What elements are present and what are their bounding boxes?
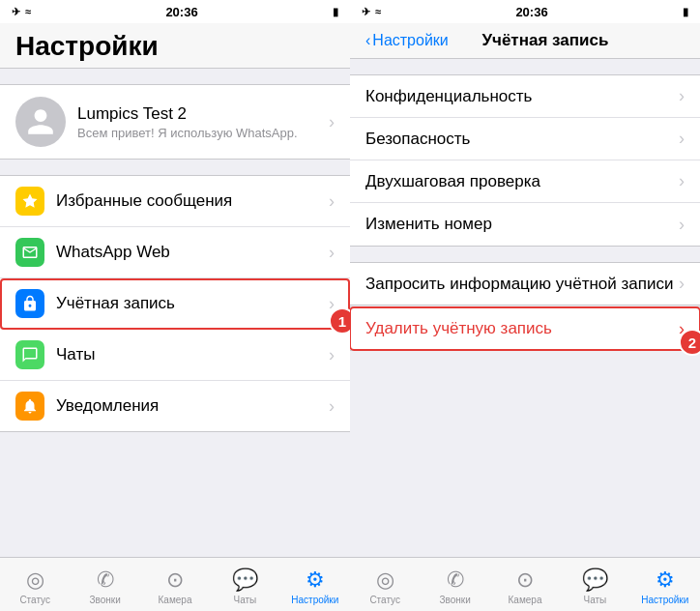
tab-settings-right[interactable]: ⚙ Настройки	[630, 564, 700, 605]
battery-icon: ▮	[333, 6, 338, 18]
starred-icon	[15, 187, 44, 216]
avatar-icon	[25, 106, 56, 137]
tab-camera-left[interactable]: ⊙ Камера	[140, 564, 210, 605]
chats-tab-icon-r: 💬	[582, 567, 608, 593]
status-left-right: ✈ ≈	[362, 6, 381, 18]
chats-tab-icon: 💬	[232, 567, 258, 593]
nav-bar-left: Настройки	[0, 23, 350, 69]
cell-starred[interactable]: Избранные сообщения ›	[0, 176, 350, 227]
status-right-r: ▮	[683, 6, 688, 18]
badge-2: 2	[679, 329, 700, 356]
security-label: Безопасность	[365, 130, 667, 149]
whatsappweb-chevron: ›	[329, 243, 335, 263]
profile-name: Lumpics Test 2	[77, 104, 317, 124]
calls-tab-icon-r: ✆	[447, 567, 464, 593]
calls-tab-label-r: Звонки	[439, 595, 470, 605]
privacy-label: Конфиденциальность	[365, 87, 667, 106]
camera-tab-icon: ⊙	[166, 567, 184, 593]
status-tab-icon-r: ◎	[376, 567, 394, 593]
account-icon	[15, 289, 44, 318]
calls-tab-icon: ✆	[97, 567, 114, 593]
cell-whatsappweb[interactable]: WhatsApp Web ›	[0, 227, 350, 278]
cell-twostep[interactable]: Двухшаговая проверка ›	[350, 160, 700, 203]
status-tab-icon: ◎	[26, 567, 44, 593]
status-right: ▮	[333, 6, 338, 18]
camera-tab-label: Камера	[159, 595, 192, 605]
tab-chats-left[interactable]: 💬 Чаты	[210, 564, 279, 605]
twostep-chevron: ›	[679, 171, 685, 191]
request-info-label: Запросить информацию учётной записи	[365, 275, 679, 294]
profile-chevron: ›	[329, 112, 335, 132]
cell-chats[interactable]: Чаты ›	[0, 330, 350, 381]
tab-calls-right[interactable]: ✆ Звонки	[420, 564, 489, 605]
settings-tab-label-left: Настройки	[291, 595, 338, 605]
privacy-chevron: ›	[679, 86, 685, 106]
nav-header-right: ‹ Настройки Учётная запись	[350, 23, 700, 59]
tab-settings-left[interactable]: ⚙ Настройки	[280, 564, 350, 605]
wifi-icon-r: ≈	[375, 6, 381, 17]
chevron-back-icon: ‹	[365, 32, 370, 49]
chats-tab-label-r: Чаты	[584, 595, 607, 605]
content-right: Конфиденциальность › Безопасность › Двух…	[350, 59, 700, 557]
settings-tab-icon-left: ⚙	[306, 567, 325, 593]
notifications-label: Уведомления	[56, 396, 317, 416]
delete-cell-wrap: Удалить учётную запись › 2	[350, 306, 700, 351]
calls-tab-label: Звонки	[89, 595, 120, 605]
chats-label: Чаты	[56, 345, 317, 364]
status-bar-left: ✈ ≈ 20:36 ▮	[0, 0, 350, 23]
profile-status: Всем привет! Я использую WhatsApp.	[77, 126, 317, 140]
phone-left: ✈ ≈ 20:36 ▮ Настройки Lumpics Test 2 Все…	[0, 0, 350, 611]
cell-account[interactable]: Учётная запись › 1	[0, 278, 350, 330]
status-left: ✈ ≈	[12, 6, 31, 18]
status-tab-label: Статус	[19, 595, 50, 605]
tab-calls-left[interactable]: ✆ Звонки	[70, 564, 139, 605]
cell-notifications[interactable]: Уведомления ›	[0, 381, 350, 431]
chats-tab-label: Чаты	[234, 595, 257, 605]
notifications-icon	[15, 392, 44, 421]
delete-label: Удалить учётную запись	[365, 319, 679, 338]
tab-status-right[interactable]: ◎ Статус	[350, 564, 420, 605]
request-info-cell[interactable]: Запросить информацию учётной записи ›	[350, 262, 700, 306]
changenumber-chevron: ›	[679, 215, 685, 235]
camera-tab-icon-r: ⊙	[516, 567, 534, 593]
airplane-icon: ✈	[12, 6, 20, 18]
airplane-icon-r: ✈	[362, 6, 370, 18]
tab-camera-right[interactable]: ⊙ Камера	[490, 564, 560, 605]
content-left: Lumpics Test 2 Всем привет! Я использую …	[0, 69, 350, 557]
account-label: Учётная запись	[56, 294, 317, 313]
delete-account-cell[interactable]: Удалить учётную запись › 2	[350, 307, 700, 350]
camera-tab-label-r: Камера	[509, 595, 542, 605]
whatsappweb-icon	[15, 238, 44, 267]
tab-bar-right: ◎ Статус ✆ Звонки ⊙ Камера 💬 Чаты ⚙ Наст…	[350, 557, 700, 611]
status-time-left: 20:36	[165, 5, 197, 19]
starred-label: Избранные сообщения	[56, 191, 317, 211]
cell-privacy[interactable]: Конфиденциальность ›	[350, 75, 700, 118]
avatar	[15, 97, 66, 147]
page-title-left: Настройки	[15, 31, 335, 62]
tab-status-left[interactable]: ◎ Статус	[0, 564, 70, 605]
settings-cell-group: Избранные сообщения › WhatsApp Web › Учё…	[0, 175, 350, 432]
profile-info: Lumpics Test 2 Всем привет! Я использую …	[77, 104, 317, 140]
notifications-chevron: ›	[329, 396, 335, 417]
cell-changenumber[interactable]: Изменить номер ›	[350, 203, 700, 246]
back-label: Настройки	[372, 32, 448, 49]
profile-cell[interactable]: Lumpics Test 2 Всем привет! Я использую …	[0, 84, 350, 160]
settings-tab-icon-r: ⚙	[656, 567, 675, 593]
changenumber-label: Изменить номер	[365, 215, 667, 234]
status-tab-label-r: Статус	[369, 595, 400, 605]
battery-icon-r: ▮	[683, 6, 688, 18]
account-settings-group: Конфиденциальность › Безопасность › Двух…	[350, 74, 700, 247]
tab-chats-right[interactable]: 💬 Чаты	[560, 564, 629, 605]
chats-icon	[15, 340, 44, 369]
phone-right: ✈ ≈ 20:36 ▮ ‹ Настройки Учётная запись К…	[350, 0, 700, 611]
tab-bar-left: ◎ Статус ✆ Звонки ⊙ Камера 💬 Чаты ⚙ Наст…	[0, 557, 350, 611]
back-button[interactable]: ‹ Настройки	[365, 32, 449, 49]
page-title-right: Учётная запись	[454, 31, 636, 50]
wifi-icon: ≈	[25, 6, 31, 17]
twostep-label: Двухшаговая проверка	[365, 172, 667, 191]
starred-chevron: ›	[329, 191, 335, 212]
status-time-right: 20:36	[515, 5, 547, 19]
chats-chevron: ›	[329, 345, 335, 365]
security-chevron: ›	[679, 129, 685, 149]
cell-security[interactable]: Безопасность ›	[350, 118, 700, 160]
